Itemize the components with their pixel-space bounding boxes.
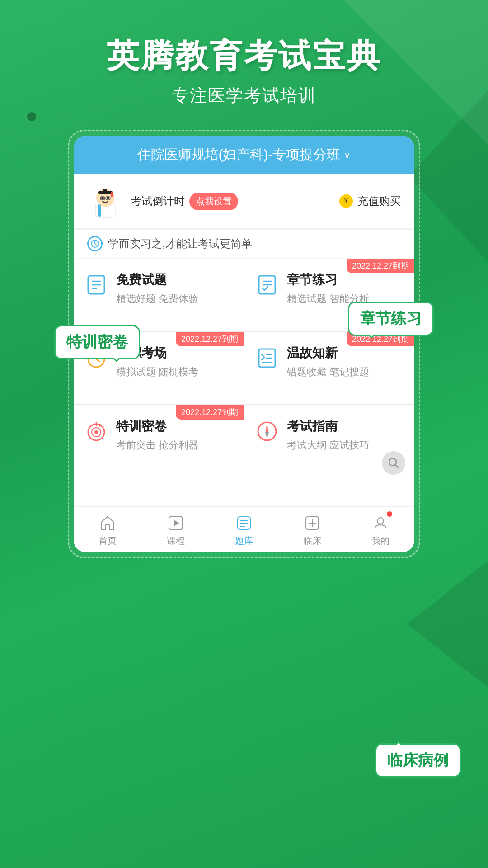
nav-home-label: 首页 (99, 535, 117, 547)
chapter-callout: 章节练习 (348, 302, 434, 336)
mine-notification-dot (387, 511, 392, 517)
course-selector-bar[interactable]: 住院医师规培(妇产科)-专项提分班 ∨ (74, 136, 414, 174)
countdown-section: 考试倒计时 点我设置 (131, 193, 238, 210)
app-tagline: 专注医学考试培训 (0, 84, 488, 107)
compass-icon (255, 420, 279, 443)
app-title: 英腾教育考试宝典 (0, 36, 488, 75)
mock-expire-badge: 2022.12.27到期 (176, 332, 244, 346)
grid-item-free-questions[interactable]: 免费试题 精选好题 免费体验 (74, 259, 244, 331)
document-icon (84, 273, 108, 297)
search-float-button[interactable] (382, 451, 405, 475)
countdown-set-button[interactable]: 点我设置 (189, 193, 238, 210)
nav-item-mine[interactable]: 我的 (346, 507, 414, 552)
nav-questions-label: 题库 (235, 535, 253, 547)
nav-course-label: 课程 (167, 535, 185, 547)
svg-marker-36 (265, 424, 269, 431)
exam-guide-title: 考试指南 (287, 418, 369, 435)
app-header: 英腾教育考试宝典 专注医学考试培训 (0, 0, 488, 107)
free-questions-title: 免费试题 (116, 271, 198, 288)
questions-icon (235, 514, 253, 532)
clock-icon (87, 236, 103, 251)
svg-line-13 (95, 244, 97, 245)
svg-point-31 (94, 430, 98, 434)
course-selector-text: 住院医师规培(妇产科)-专项提分班 (137, 146, 341, 164)
bg-dot (27, 112, 36, 121)
review-icon (255, 346, 279, 370)
svg-point-6 (101, 197, 104, 199)
svg-rect-5 (111, 192, 113, 197)
recharge-section[interactable]: ¥ 充值购买 (339, 194, 401, 208)
nav-mine-label: 我的 (371, 535, 389, 547)
chapter-icon (255, 273, 279, 297)
svg-line-39 (395, 465, 398, 467)
play-icon (167, 514, 185, 532)
chapter-callout-text: 章节练习 (360, 310, 422, 327)
special-paper-title: 特训密卷 (116, 418, 198, 435)
svg-rect-4 (103, 189, 107, 192)
home-icon (99, 514, 117, 532)
bottom-navigation: 首页 课程 (74, 506, 414, 552)
nav-item-clinical[interactable]: 临床 (278, 507, 346, 552)
svg-rect-1 (98, 204, 101, 217)
person-icon (371, 514, 389, 532)
miju-callout: 特训密卷 (54, 325, 140, 359)
nav-item-questions[interactable]: 题库 (210, 507, 278, 552)
phone-container: 住院医师规培(妇产科)-专项提分班 ∨ (68, 130, 420, 558)
chapter-practice-title: 章节练习 (287, 271, 369, 288)
slogan-bar: 学而实习之,才能让考试更简单 (74, 229, 414, 258)
svg-line-23 (96, 359, 99, 362)
review-desc: 错题收藏 笔记搜题 (287, 365, 369, 379)
nav-clinical-label: 临床 (303, 535, 321, 547)
free-questions-desc: 精选好题 免费体验 (116, 292, 198, 306)
coin-icon: ¥ (339, 194, 353, 208)
user-left: 考试倒计时 点我设置 (87, 183, 238, 219)
avatar (87, 183, 123, 219)
svg-marker-37 (265, 431, 269, 439)
svg-point-49 (377, 518, 384, 524)
nav-item-home[interactable]: 首页 (74, 507, 142, 552)
linbed-callout-text: 临床病例 (387, 751, 449, 769)
exam-guide-desc: 考试大纲 应试技巧 (287, 439, 369, 452)
clinical-icon (303, 514, 321, 532)
dropdown-arrow-icon: ∨ (344, 150, 351, 160)
target-icon (84, 420, 108, 443)
nav-item-course[interactable]: 课程 (142, 507, 210, 552)
special-expire-badge: 2022.12.27到期 (176, 405, 244, 420)
svg-marker-41 (174, 520, 179, 526)
linbed-callout: 临床病例 (375, 743, 461, 778)
bg-decoration-bottom (407, 561, 488, 687)
grid-item-review[interactable]: 2022.12.27到期 温故知新 错题收藏 笔记搜题 (244, 332, 414, 404)
feature-grid: 免费试题 精选好题 免费体验 2022.12.27到期 (74, 259, 414, 477)
review-title: 温故知新 (287, 344, 369, 362)
miju-callout-text: 特训密卷 (66, 333, 128, 350)
countdown-label: 考试倒计时 (131, 194, 185, 208)
grid-item-special-paper[interactable]: 2022.12.27到期 特训密卷 考前突击 抢分利器 (74, 405, 244, 477)
mock-exam-desc: 模拟试题 随机模考 (116, 365, 198, 379)
user-info-bar: 考试倒计时 点我设置 ¥ 充值购买 (74, 174, 414, 228)
slogan-text: 学而实习之,才能让考试更简单 (108, 236, 252, 251)
special-paper-desc: 考前突击 抢分利器 (116, 439, 198, 452)
svg-point-7 (107, 197, 109, 199)
recharge-label: 充值购买 (357, 194, 401, 208)
chapter-expire-badge: 2022.12.27到期 (347, 259, 414, 273)
